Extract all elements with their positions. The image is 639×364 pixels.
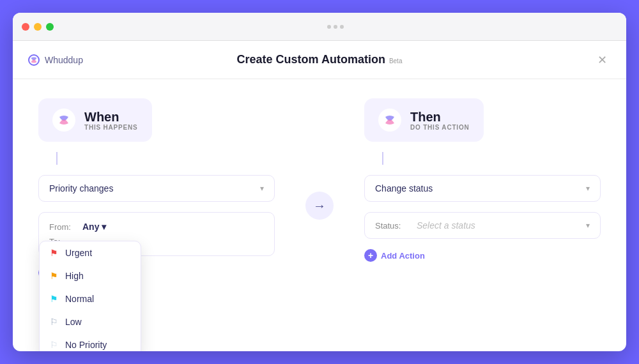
- arrow-divider: →: [300, 192, 339, 220]
- titlebar-decoration: [54, 25, 617, 29]
- from-row: From: Any ▾: [49, 222, 264, 232]
- traffic-lights: [22, 23, 54, 31]
- then-text: Then DO THIS ACTION: [410, 110, 470, 131]
- brand-icon: [28, 54, 40, 66]
- when-panel: When THIS HAPPENS Priority changes ▾ Fro…: [38, 98, 275, 332]
- page-title: Create Custom Automation: [237, 53, 385, 66]
- then-main-label: Then: [410, 110, 470, 124]
- no-priority-flag-icon: ⚐: [49, 340, 59, 350]
- from-label: From:: [49, 222, 75, 232]
- app-window: Whuddup Create Custom Automation Beta ✕: [13, 13, 626, 351]
- when-sub-label: THIS HAPPENS: [84, 124, 138, 131]
- then-icon: [378, 109, 401, 132]
- add-action-icon: +: [364, 249, 377, 262]
- brand-name: Whuddup: [45, 55, 83, 65]
- then-sub-label: DO THIS ACTION: [410, 124, 470, 131]
- add-action-button[interactable]: + Add Action: [364, 249, 601, 262]
- high-flag-icon: ⚑: [49, 271, 59, 281]
- add-action-label: Add Action: [381, 251, 425, 261]
- status-select[interactable]: Select a status ▾: [417, 220, 590, 231]
- arrow-icon: →: [305, 192, 334, 220]
- condition-chevron-icon: ▾: [260, 184, 264, 193]
- maximize-traffic-light[interactable]: [46, 23, 54, 31]
- status-row: Status: Select a status ▾: [364, 212, 601, 239]
- close-traffic-light[interactable]: [22, 23, 29, 31]
- status-chevron-icon: ▾: [586, 221, 590, 230]
- from-value: Any: [82, 222, 99, 232]
- when-text: When THIS HAPPENS: [84, 110, 138, 131]
- from-dropdown[interactable]: Any ▾: [82, 222, 106, 232]
- then-card: Then DO THIS ACTION: [364, 98, 484, 142]
- condition-value: Priority changes: [49, 183, 113, 193]
- content-area: Whuddup Create Custom Automation Beta ✕: [13, 41, 626, 351]
- when-icon: [52, 109, 75, 132]
- from-chevron-icon: ▾: [102, 222, 106, 232]
- condition-dropdown[interactable]: Priority changes ▾: [38, 175, 275, 202]
- action-chevron-icon: ▾: [586, 184, 590, 193]
- brand: Whuddup: [28, 54, 83, 66]
- priority-urgent-label: Urgent: [65, 248, 92, 258]
- when-card: When THIS HAPPENS: [38, 98, 152, 142]
- priority-option-low[interactable]: ⚐ Low: [40, 310, 141, 333]
- urgent-flag-icon: ⚑: [49, 248, 59, 258]
- priority-dropdown-menu: ⚑ Urgent ⚑ High ⚑ Normal ⚐: [39, 241, 141, 351]
- page-title-wrap: Create Custom Automation Beta: [237, 53, 403, 66]
- then-panel: Then DO THIS ACTION Change status ▾ Stat…: [364, 98, 601, 332]
- action-dropdown[interactable]: Change status ▾: [364, 175, 601, 202]
- top-bar: Whuddup Create Custom Automation Beta ✕: [13, 41, 626, 79]
- priority-option-normal[interactable]: ⚑ Normal: [40, 287, 141, 310]
- titlebar: [13, 13, 626, 41]
- from-to-section: From: Any ▾ ⚑ Urgent ⚑: [38, 212, 275, 256]
- close-button[interactable]: ✕: [593, 51, 611, 69]
- priority-option-high[interactable]: ⚑ High: [40, 264, 141, 287]
- normal-flag-icon: ⚑: [49, 294, 59, 304]
- main-area: When THIS HAPPENS Priority changes ▾ Fro…: [13, 79, 626, 351]
- low-flag-icon: ⚐: [49, 317, 59, 327]
- status-label: Status:: [375, 221, 410, 231]
- minimize-traffic-light[interactable]: [34, 23, 42, 31]
- priority-normal-label: Normal: [65, 294, 94, 304]
- priority-option-none[interactable]: ⚐ No Priority: [40, 333, 141, 351]
- priority-option-urgent[interactable]: ⚑ Urgent: [40, 241, 141, 264]
- when-connector: [56, 152, 58, 165]
- status-placeholder: Select a status: [417, 220, 475, 231]
- priority-high-label: High: [65, 271, 84, 281]
- when-main-label: When: [84, 110, 138, 124]
- beta-badge: Beta: [389, 57, 403, 64]
- action-value: Change status: [375, 183, 433, 193]
- priority-none-label: No Priority: [65, 340, 107, 350]
- then-connector: [382, 152, 383, 165]
- priority-low-label: Low: [65, 317, 82, 327]
